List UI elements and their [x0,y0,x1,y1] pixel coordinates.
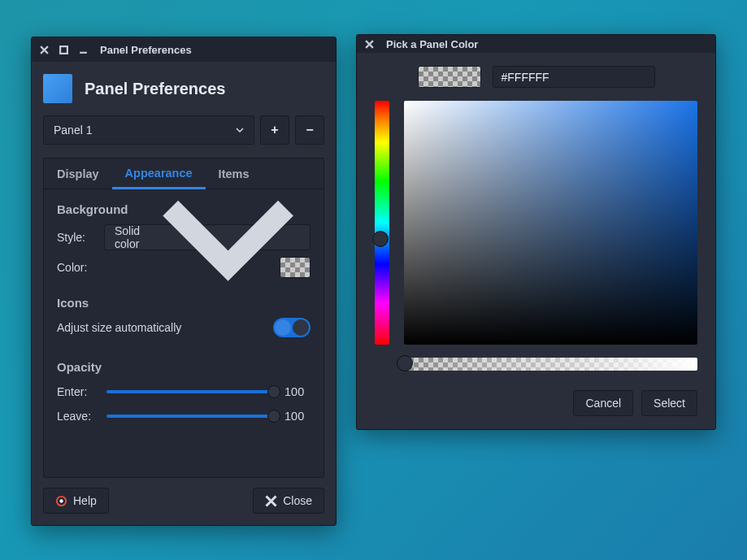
header-title: Panel Preferences [85,80,225,98]
saturation-value-field[interactable] [404,101,697,345]
hex-input[interactable]: #FFFFFF [493,66,655,88]
section-title-opacity: Opacity [57,360,311,374]
close-icon[interactable] [363,38,375,50]
hue-slider[interactable] [375,101,389,345]
select-button[interactable]: Select [641,390,697,416]
opacity-leave-value: 100 [284,410,311,423]
chevron-down-icon [156,165,300,309]
tab-content-appearance: Background Style: Solid color Color: Ico… [44,189,324,477]
close-button-label: Close [283,494,312,507]
help-button-label: Help [73,494,97,507]
maximize-icon[interactable] [58,44,69,55]
opacity-leave-slider[interactable] [106,415,274,418]
style-label: Style: [57,231,96,244]
opacity-enter-label: Enter: [57,385,96,398]
panel-selector-value: Panel 1 [54,124,92,137]
minimize-icon[interactable] [77,44,89,55]
tab-display[interactable]: Display [44,158,112,189]
titlebar-title: Pick a Panel Color [386,38,478,50]
opacity-enter-slider[interactable] [106,390,274,393]
cancel-button[interactable]: Cancel [573,390,633,416]
color-picker-window: Pick a Panel Color #FFFFFF Cancel Select [356,34,716,430]
chevron-down-icon [236,126,244,134]
help-icon [55,495,67,507]
svg-rect-0 [60,46,67,54]
opacity-enter-value: 100 [284,385,311,398]
panel-glyph-icon [43,74,72,103]
slider-knob[interactable] [267,385,280,398]
window-header: Panel Preferences [32,62,336,115]
style-select[interactable]: Solid color [104,224,311,250]
color-swatch-button[interactable] [280,257,311,278]
hue-slider-knob[interactable] [372,231,389,247]
alpha-slider-knob[interactable] [397,355,413,371]
titlebar-title: Panel Preferences [100,44,192,56]
hex-input-value: #FFFFFF [502,71,549,84]
titlebar[interactable]: Pick a Panel Color [357,35,715,53]
select-button-label: Select [654,397,685,410]
style-select-value: Solid color [115,224,156,250]
panel-selector[interactable]: Panel 1 [43,115,254,145]
close-icon [265,495,277,507]
svg-point-2 [59,499,63,502]
color-preview-swatch [418,66,481,88]
color-label: Color: [57,261,96,274]
help-button[interactable]: Help [43,488,109,514]
adjust-auto-label: Adjust size automatically [57,321,181,334]
alpha-slider[interactable] [404,358,697,371]
titlebar[interactable]: Panel Preferences [32,37,336,62]
opacity-leave-label: Leave: [57,410,96,423]
tab-frame: Display Appearance Items Background Styl… [43,158,324,478]
slider-knob[interactable] [267,410,280,423]
add-panel-button[interactable]: + [260,115,289,145]
close-icon[interactable] [38,44,50,55]
panel-preferences-window: Panel Preferences Panel Preferences Pane… [31,37,337,526]
close-button[interactable]: Close [253,488,324,514]
remove-panel-button[interactable]: − [295,115,324,145]
cancel-button-label: Cancel [585,397,621,410]
adjust-auto-toggle[interactable] [273,318,311,337]
